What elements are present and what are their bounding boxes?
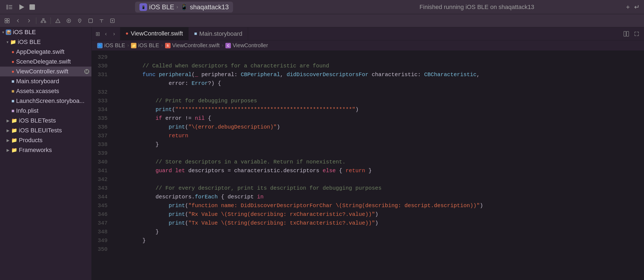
- sidebar-viewcontroller-label: ViewController.swift: [16, 68, 68, 75]
- sidebar-item-infoplist[interactable]: ■ Info.plist: [0, 106, 91, 116]
- disclosure-icon: ▶: [7, 118, 10, 123]
- sidebar-item-root[interactable]: ▾ 📦 iOS BLE: [0, 27, 91, 37]
- modified-badge: M: [84, 69, 89, 74]
- sidebar-assets-label: Assets.xcassets: [16, 88, 59, 95]
- maximize-button[interactable]: [633, 30, 641, 38]
- storyboard-icon: ■: [11, 79, 14, 84]
- breadcrumb-file[interactable]: S ViewController.swift: [165, 42, 220, 49]
- sidebar-item-viewcontroller[interactable]: ● ViewController.swift M: [0, 67, 91, 76]
- storyboard-icon: ■: [11, 98, 14, 104]
- sidebar-launchscreen-label: LaunchScreen.storyboa...: [16, 97, 85, 105]
- breadcrumb-folder-label: iOS BLE: [138, 42, 159, 49]
- split-view-button[interactable]: [622, 30, 630, 38]
- library-button[interactable]: [108, 16, 117, 26]
- breadcrumb-folder-icon: 📁: [131, 43, 136, 48]
- swift-file-icon: ●: [11, 69, 14, 75]
- sidebar-infoplist-label: Info.plist: [16, 107, 38, 114]
- back-button[interactable]: [13, 16, 23, 26]
- shape-button[interactable]: [86, 16, 96, 26]
- sidebar-item-products[interactable]: ▶ 📁 Products: [0, 135, 91, 145]
- breadcrumb-file-label: ViewController.swift: [172, 42, 220, 49]
- svg-rect-12: [44, 22, 46, 23]
- disclosure-icon: ▶: [7, 128, 10, 133]
- tab-storyboard-icon: ■: [194, 31, 197, 37]
- disclosure-icon: ▾: [2, 30, 4, 34]
- tab-back-button[interactable]: ‹: [102, 30, 110, 38]
- svg-text:!: !: [58, 20, 58, 23]
- separator-2: [50, 17, 51, 24]
- sidebar-bletests-label: iOS BLETests: [19, 117, 56, 124]
- sidebar-item-frameworks[interactable]: ▶ 📁 Frameworks: [0, 145, 91, 155]
- folder-icon: 📁: [10, 39, 16, 45]
- tab-right-controls: [619, 27, 644, 40]
- device-icon: 📱: [180, 4, 188, 11]
- warning-button[interactable]: !: [53, 16, 63, 26]
- tab-mainstoryboard[interactable]: ■ Main.storyboard: [189, 27, 248, 40]
- breadcrumb-sep-3: ›: [221, 43, 224, 48]
- folder-icon: 📁: [11, 137, 17, 143]
- icon-toolbar: !: [0, 14, 644, 27]
- svg-text:📱: 📱: [141, 5, 145, 9]
- sidebar-item-bleuitests[interactable]: ▶ 📁 iOS BLEUITests: [0, 126, 91, 135]
- sidebar-group-iosble[interactable]: ▾ 📁 iOS BLE: [0, 37, 91, 47]
- editor-tabs: ⊞ ‹ › ● ViewController.swift ■ Main.stor…: [92, 27, 644, 40]
- line-numbers: 329 330 331 332 333 334 335 336 337 338 …: [92, 51, 111, 280]
- code-content[interactable]: // Called when descriptors for a charact…: [111, 51, 644, 280]
- scheme-icon: 📱: [139, 3, 147, 11]
- svg-rect-2: [9, 7, 12, 7]
- tab-mainstoryboard-label: Main.storyboard: [199, 30, 242, 37]
- sidebar-item-mainstoryboard[interactable]: ■ Main.storyboard: [0, 76, 91, 86]
- swift-file-icon: ●: [11, 49, 14, 55]
- stop-button[interactable]: [29, 4, 35, 10]
- layout-button[interactable]: [2, 16, 12, 26]
- text-button[interactable]: [97, 16, 106, 26]
- code-editor[interactable]: 329 330 331 332 333 334 335 336 337 338 …: [92, 51, 644, 280]
- scheme-chevron: ›: [177, 4, 178, 10]
- status-message: Finished running iOS BLE on shaqattack13: [419, 4, 534, 10]
- svg-rect-0: [6, 5, 8, 10]
- forward-button[interactable]: [24, 16, 34, 26]
- sidebar-item-assets[interactable]: ■ Assets.xcassets: [0, 86, 91, 96]
- svg-point-15: [79, 20, 80, 20]
- assets-icon: ■: [11, 88, 14, 94]
- svg-rect-6: [5, 19, 7, 20]
- tab-forward-button[interactable]: ›: [110, 30, 118, 38]
- sidebar-item-appdelegate[interactable]: ● AppDelegate.swift: [0, 47, 91, 57]
- return-button[interactable]: ↵: [634, 3, 640, 11]
- sidebar-item-bletests[interactable]: ▶ 📁 iOS BLETests: [0, 116, 91, 126]
- hierarchy-button[interactable]: [38, 16, 48, 26]
- folder-icon: 📁: [11, 147, 17, 153]
- device-name: shaqattack13: [190, 3, 229, 11]
- run-button[interactable]: [18, 3, 26, 11]
- tab-viewcontroller[interactable]: ● ViewController.swift: [120, 27, 189, 40]
- status-bar: Finished running iOS BLE on shaqattack13: [333, 4, 621, 11]
- sidebar-toggle-button[interactable]: [4, 2, 14, 12]
- tab-swift-icon: ●: [126, 31, 129, 36]
- svg-rect-9: [7, 21, 9, 23]
- scheme-selector[interactable]: 📱 iOS BLE › 📱 shaqattack13: [135, 2, 233, 13]
- disclosure-icon: ▶: [7, 138, 10, 142]
- location-button[interactable]: [75, 16, 85, 26]
- run-icon: [19, 4, 24, 10]
- tab-viewcontroller-label: ViewController.swift: [131, 30, 183, 37]
- breadcrumb-project[interactable]: 🔷 iOS BLE: [97, 42, 125, 49]
- breadcrumb-class[interactable]: C ViewController: [225, 42, 268, 49]
- tab-layout-button[interactable]: ⊞: [94, 30, 102, 38]
- breadcrumb: 🔷 iOS BLE › 📁 iOS BLE › S ViewController…: [92, 40, 644, 51]
- sidebar-mainstoryboard-label: Main.storyboard: [16, 78, 59, 85]
- sidebar-root-label: iOS BLE: [13, 29, 36, 36]
- sidebar-item-scenedelegate[interactable]: ● SceneDelegate.swift: [0, 57, 91, 67]
- sidebar-group-label: iOS BLE: [18, 38, 41, 46]
- main-area: ▾ 📦 iOS BLE ▾ 📁 iOS BLE ● AppDelegate.sw…: [0, 27, 644, 280]
- plist-icon: ■: [11, 108, 14, 114]
- sidebar-item-launchscreen[interactable]: ■ LaunchScreen.storyboa...: [0, 96, 91, 106]
- breadcrumb-folder[interactable]: 📁 iOS BLE: [131, 42, 159, 49]
- swift-file-icon: ●: [11, 59, 14, 65]
- diff-button[interactable]: [64, 16, 74, 26]
- sidebar: ▾ 📦 iOS BLE ▾ 📁 iOS BLE ● AppDelegate.sw…: [0, 27, 92, 280]
- top-toolbar: 📱 iOS BLE › 📱 shaqattack13 Finished runn…: [0, 0, 644, 14]
- breadcrumb-class-icon: C: [225, 43, 231, 48]
- svg-rect-8: [5, 21, 7, 23]
- add-button[interactable]: +: [626, 3, 630, 11]
- svg-rect-16: [89, 19, 93, 23]
